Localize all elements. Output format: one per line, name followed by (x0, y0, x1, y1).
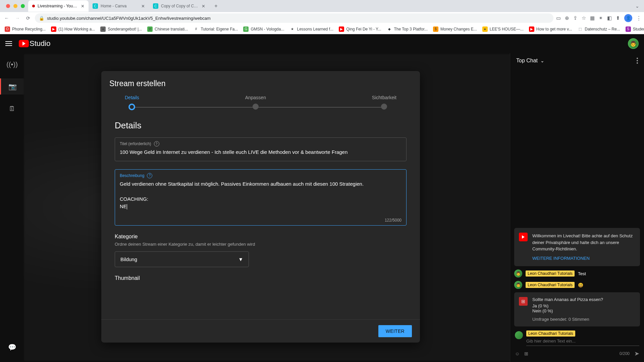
puzzle-icon[interactable]: ✴ (599, 15, 603, 21)
zoom-icon[interactable]: ⊕ (565, 15, 569, 21)
bookmark-item[interactable]: ▶(1) How Working a... (49, 26, 97, 32)
menu-button[interactable] (5, 40, 13, 48)
category-hint: Ordne deinen Stream einer Kategorie zu, … (115, 242, 407, 247)
author-badge[interactable]: Leon Chaudhari Tutorials (526, 270, 575, 277)
chat-header-label: Top Chat (516, 58, 538, 64)
bookmark-item[interactable]: 文Chinese translati... (145, 26, 190, 32)
browser-tab[interactable]: C Home - Canva ✕ (89, 0, 149, 12)
avatar: 👨 (514, 281, 522, 289)
camera-icon[interactable]: ▭ (556, 15, 561, 21)
forward-icon[interactable]: → (13, 15, 21, 21)
live-indicator-icon (32, 5, 35, 7)
modal-title: Stream erstellen (101, 71, 420, 92)
tab-title: Home - Canva (101, 4, 139, 8)
close-icon[interactable]: ✕ (81, 4, 85, 9)
bookmark-item[interactable]: ▶Qing Fei De Yi - Y... (337, 26, 383, 32)
chat-mode-selector[interactable]: Top Chat ⌄ (516, 58, 544, 64)
help-icon[interactable]: ? (147, 173, 152, 178)
step-details[interactable]: Details (125, 95, 139, 110)
author-badge[interactable]: Leon Chaudhari Tutorials (526, 282, 575, 288)
account-avatar[interactable]: 👨 (628, 38, 639, 49)
section-heading: Details (115, 120, 407, 131)
studio-logo[interactable]: Studio (19, 39, 50, 48)
logo-text: Studio (30, 39, 50, 48)
message-text: Test (578, 271, 586, 276)
youtube-icon (519, 233, 528, 241)
rail-stream-icon[interactable]: ((•)) (4, 56, 20, 72)
chat-input[interactable] (526, 337, 639, 346)
thumbnail-heading: Thumbnail (115, 275, 407, 281)
welcome-text: Willkommen im Livechat! Bitte achte auf … (532, 233, 633, 251)
bookmark-item[interactable]: OPhone Recycling... (3, 26, 48, 32)
profile-avatar[interactable]: 👤 (624, 14, 632, 22)
chevron-down-icon[interactable]: ⌄ (633, 3, 641, 9)
more-info-link[interactable]: WEITERE INFORMATIONEN (532, 255, 635, 262)
reload-icon[interactable]: ⟳ (24, 15, 32, 21)
browser-tab[interactable]: C Copy of Copy of Copy of Cop ✕ (149, 0, 209, 12)
send-button[interactable]: ➤ (634, 350, 639, 357)
bookmark-item[interactable]: SStudent Wants an... (624, 26, 644, 32)
title-field[interactable]: Titel (erforderlich) ? (115, 137, 407, 161)
lock-icon: 🔒 (39, 16, 44, 21)
step-visibility[interactable]: Sichtbarkeit (372, 95, 396, 110)
chat-menu-button[interactable] (637, 58, 638, 64)
panel-icon[interactable]: ◧ (607, 15, 612, 21)
category-select[interactable]: Bildung ▼ (115, 251, 249, 267)
bookmark-item[interactable]: ●LEE'S HOUSE—... (480, 26, 526, 32)
bookmark-item[interactable]: ●Sonderangebot! |... (98, 26, 144, 32)
description-field[interactable]: Beschreibung ? Geld verdienen ohne Start… (115, 169, 407, 226)
close-icon[interactable]: ✕ (141, 4, 145, 9)
star-icon[interactable]: ☆ (582, 15, 586, 21)
chat-message: 👨 Leon Chaudhari Tutorials Test (514, 269, 640, 278)
wizard-stepper: Details Anpassen Sichtbarkeit (101, 92, 420, 117)
chevron-down-icon: ⌄ (540, 58, 544, 63)
tab-title: Livestreaming - YouTube S (38, 4, 78, 8)
help-icon[interactable]: ? (154, 141, 159, 146)
chevron-down-icon: ▼ (238, 256, 243, 262)
avatar (515, 331, 523, 339)
share-icon[interactable]: ⇪ (573, 15, 578, 21)
avatar: 👨 (514, 269, 522, 278)
url-text: studio.youtube.com/channel/UC1a5FWVn0gUk… (47, 16, 211, 21)
bookmark-item[interactable]: $Money Changes E... (431, 26, 479, 32)
update-icon[interactable]: ⬆ (616, 15, 620, 21)
description-textarea[interactable]: Geld verdienen ohne Startkapital ist mög… (120, 180, 401, 221)
back-icon[interactable]: ← (3, 15, 11, 21)
category-heading: Kategorie (115, 234, 407, 240)
address-bar[interactable]: 🔒 studio.youtube.com/channel/UC1a5FWVn0g… (35, 13, 553, 23)
menu-icon[interactable]: ⋮ (636, 15, 641, 21)
chat-welcome-card: Willkommen im Livechat! Bitte achte auf … (514, 228, 640, 266)
rail-feedback-icon[interactable]: 💬 (4, 339, 20, 355)
canva-icon: C (93, 3, 98, 9)
author-badge: Leon Chaudhari Tutorials (526, 330, 575, 337)
youtube-icon (19, 40, 29, 47)
new-tab-button[interactable]: + (211, 1, 221, 11)
bookmark-item[interactable]: ★Lessons Learned f... (287, 26, 335, 32)
bookmark-item[interactable]: ◆The Top 3 Platfor... (385, 26, 430, 32)
poll-button[interactable]: ⊞ (524, 351, 528, 356)
emoji-button[interactable]: ☺ (515, 351, 520, 356)
char-counter: 122/5000 (385, 218, 401, 223)
next-button[interactable]: WEITER (378, 325, 412, 337)
poll-result: Umfrage beendet: 0 Stimmen (532, 317, 603, 322)
close-icon[interactable]: ✕ (202, 4, 205, 9)
step-customize[interactable]: Anpassen (245, 95, 266, 110)
title-input[interactable] (120, 148, 401, 156)
rail-schedule-icon[interactable]: 🗓 (4, 101, 20, 117)
bookmark-item[interactable]: ▶How to get more v... (527, 26, 574, 32)
poll-option: Ja (0 %) (532, 303, 603, 308)
poll-option: Nein (0 %) (532, 308, 603, 313)
create-stream-modal: Stream erstellen Details Anpassen Sichtb… (101, 71, 420, 343)
bookmark-item[interactable]: GGMSN - Vologda... (241, 26, 286, 32)
poll-icon: ⊞ (519, 297, 528, 306)
extension-icon[interactable]: ▦ (590, 15, 595, 21)
rail-webcam-icon[interactable]: 📷 (0, 78, 24, 95)
canva-icon: C (153, 3, 158, 9)
browser-tab-active[interactable]: Livestreaming - YouTube S ✕ (28, 0, 89, 12)
category-value: Bildung (120, 256, 137, 262)
window-controls[interactable] (3, 4, 28, 8)
description-label: Beschreibung (120, 173, 144, 178)
chat-message: 👨 Leon Chaudhari Tutorials 😃 (514, 281, 640, 289)
bookmark-item[interactable]: ⬚Datenschutz – Re... (575, 26, 622, 32)
bookmark-item[interactable]: #Tutorial: Eigene Fa... (191, 26, 240, 32)
